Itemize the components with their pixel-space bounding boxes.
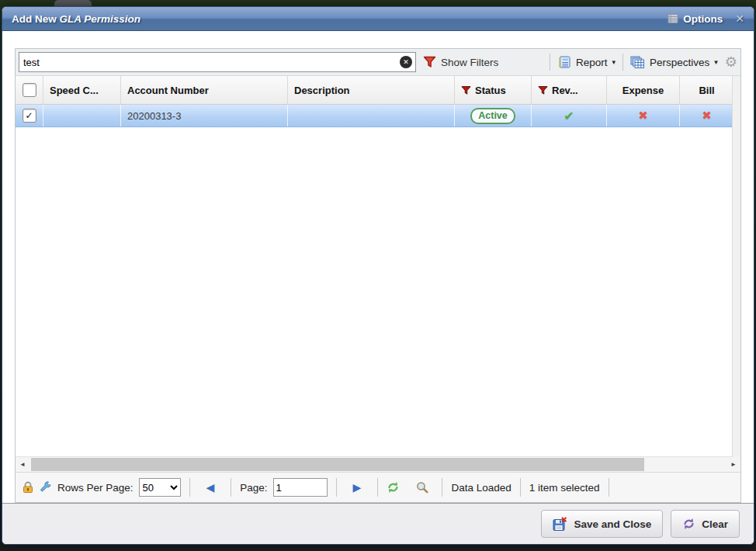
rows-per-page-label: Rows Per Page: [57,482,134,494]
pager-separator [189,478,190,497]
row-rev-cell: ✔ [532,105,607,126]
show-filters-button[interactable]: Show Filters [423,56,498,68]
pager-separator [609,478,609,497]
column-label: Description [294,85,350,96]
grid-panel: ✕ Show Filters Report ▾ Pe [15,48,741,503]
report-caret-icon: ▾ [612,58,616,66]
row-checkbox-cell: ✓ [16,105,43,126]
column-label: Bill [699,85,714,96]
table-row[interactable]: ✓ 20200313-3 Active ✔ ✖ ✖ [16,105,740,127]
row-expense-cell: ✖ [607,105,680,126]
expense-cross-icon: ✖ [638,109,648,123]
show-filters-label: Show Filters [441,57,498,68]
row-speed-code-cell [43,105,121,126]
column-header-checkbox [16,76,43,104]
pager-separator [231,478,231,497]
options-label: Options [683,13,723,25]
add-new-gla-permission-dialog: Add New GLA Permission Options ✕ ✕ Show … [2,6,754,545]
column-header-account-number[interactable]: Account Number [121,76,288,104]
toolbar-right-tools: Report ▾ Perspectives ▾ ⚙ [550,54,737,71]
horizontal-scrollbar: ◄ ► [16,456,740,472]
pager-separator [336,478,337,497]
settings-gear-icon[interactable]: ⚙ [725,55,737,69]
pager-separator [520,478,521,497]
options-list-icon [668,14,678,23]
report-icon [557,56,571,68]
close-button[interactable]: ✕ [735,12,744,25]
column-label: Expense [622,85,664,96]
options-button[interactable]: Options [668,13,723,25]
pager-separator [377,478,378,497]
next-page-button[interactable]: ▶ [345,481,369,494]
data-grid: Speed C... Account Number Description St… [16,76,740,472]
column-label: Status [475,85,506,96]
bill-cross-icon: ✖ [702,109,712,123]
row-account-number-cell: 20200313-3 [121,105,288,126]
scrollbar-track[interactable] [29,457,727,472]
pagination-toolbar: Rows Per Page: 50 ◀ Page: ▶ [16,472,740,502]
vertical-scrollbar-track[interactable] [732,76,740,457]
page-input[interactable] [273,478,328,497]
refresh-button[interactable] [387,481,400,494]
search-field-wrap: ✕ [19,52,416,72]
page-label: Page: [240,482,267,494]
filter-funnel-icon [423,56,436,68]
scroll-right-button[interactable]: ► [727,457,740,472]
grid-header-row: Speed C... Account Number Description St… [16,76,740,105]
clear-icon [682,518,695,530]
save-icon [553,517,567,532]
column-header-expense[interactable]: Expense [607,76,680,104]
clear-label: Clear [702,518,728,530]
save-and-close-label: Save and Close [574,518,651,530]
toolbar-separator [622,54,623,71]
column-label: Speed C... [50,85,99,96]
prev-page-button[interactable]: ◀ [199,481,223,494]
perspectives-label: Perspectives [650,57,709,68]
column-header-bill[interactable]: Bill [680,76,734,104]
dialog-titlebar: Add New GLA Permission Options ✕ [2,7,754,31]
row-status-cell: Active [455,105,532,126]
report-label: Report [576,57,608,68]
grid-toolbar: ✕ Show Filters Report ▾ Pe [16,49,740,76]
rows-per-page-select[interactable]: 50 [139,478,181,497]
status-filter-icon [461,85,471,95]
report-button[interactable]: Report ▾ [557,56,616,68]
toolbar-separator [550,54,550,71]
select-all-checkbox[interactable] [23,83,36,97]
rev-check-icon: ✔ [564,109,574,123]
lock-icon[interactable] [22,481,34,494]
scrollbar-thumb[interactable] [31,458,644,471]
search-input[interactable] [19,52,416,72]
save-and-close-button[interactable]: Save and Close [541,510,663,538]
perspectives-caret-icon: ▾ [714,58,718,66]
pager-separator [442,478,442,497]
background-tab [54,0,92,6]
refresh-icon [387,481,400,494]
row-description-cell [288,105,455,126]
search-clear-button[interactable]: ✕ [400,56,412,68]
column-header-speed-code[interactable]: Speed C... [43,76,121,104]
column-header-description[interactable]: Description [288,76,455,104]
page-title: Add New GLA Permission [12,13,668,25]
column-header-rev[interactable]: Rev... [532,76,607,104]
status-items-selected: 1 item selected [529,482,600,494]
perspectives-icon [630,56,645,69]
column-header-status[interactable]: Status [455,76,532,104]
rev-filter-icon [538,85,548,95]
dialog-footer: Save and Close Clear [2,503,754,544]
dialog-content: ✕ Show Filters Report ▾ Pe [2,31,754,503]
status-badge: Active [470,108,515,124]
status-data-loaded: Data Loaded [451,482,511,494]
column-label: Rev... [552,85,578,96]
scroll-left-button[interactable]: ◄ [16,457,29,472]
grid-empty-area [16,127,740,456]
perspectives-button[interactable]: Perspectives ▾ [630,56,718,69]
magnifier-icon [416,481,428,494]
column-label: Account Number [127,85,209,96]
row-checkbox[interactable]: ✓ [23,109,36,123]
search-zoom-button[interactable] [416,481,428,494]
clear-button[interactable]: Clear [671,510,740,538]
wrench-icon[interactable] [40,481,52,494]
row-bill-cell: ✖ [680,105,734,126]
